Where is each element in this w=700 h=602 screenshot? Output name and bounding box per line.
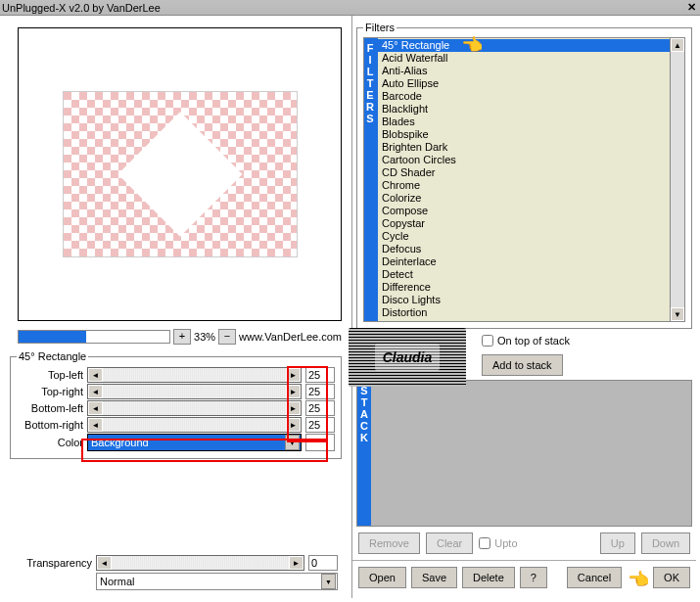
upto-checkbox[interactable]: Upto	[479, 537, 517, 549]
param-slider[interactable]: ◄►	[87, 384, 302, 399]
params-fieldset: 45° Rectangle Top-left◄►Top-right◄►Botto…	[10, 350, 342, 459]
close-icon[interactable]: ✕	[684, 1, 698, 14]
down-button[interactable]: Down	[641, 533, 690, 554]
param-value[interactable]	[305, 384, 335, 399]
list-item[interactable]: Defocus	[378, 243, 670, 255]
ontop-checkbox[interactable]: On top of stack	[482, 335, 570, 347]
color-combo[interactable]: Background ▼	[87, 434, 302, 451]
list-item[interactable]: Blades	[378, 116, 670, 128]
stack-list[interactable]	[371, 381, 691, 526]
transparency-slider[interactable]: ◄ ►	[96, 555, 304, 571]
param-slider[interactable]: ◄►	[87, 417, 302, 433]
color-combo-value: Background	[91, 437, 149, 448]
transparency-value[interactable]	[308, 555, 338, 571]
param-label: Bottom-left	[17, 402, 83, 414]
preview-shape	[117, 112, 242, 236]
params-legend: 45° Rectangle	[17, 350, 88, 362]
progress-bar	[18, 330, 170, 344]
watermark-logo: Claudia	[349, 328, 466, 387]
ok-button[interactable]: OK	[653, 567, 690, 588]
list-item[interactable]: Barcode	[378, 90, 670, 103]
filters-side-label: FILTERS	[364, 38, 378, 321]
color-label: Color	[17, 437, 83, 448]
list-item[interactable]: Acid Waterfall	[378, 52, 670, 65]
color-swatch[interactable]	[305, 434, 335, 451]
list-item[interactable]: Disco Lights	[378, 294, 670, 306]
filters-scrollbar[interactable]: ▲ ▼	[670, 38, 684, 321]
arrow-left-icon[interactable]: ◄	[88, 385, 103, 398]
window-title: UnPlugged-X v2.0 by VanDerLee	[2, 2, 684, 14]
list-item[interactable]: Detect	[378, 268, 670, 281]
param-label: Top-left	[17, 369, 83, 381]
list-item[interactable]: Cycle	[378, 230, 670, 243]
list-item[interactable]: Distortion	[378, 306, 670, 319]
open-button[interactable]: Open	[358, 567, 406, 588]
list-item[interactable]: Chrome	[378, 179, 670, 192]
arrow-left-icon[interactable]: ◄	[88, 368, 103, 382]
arrow-right-icon[interactable]: ►	[286, 385, 301, 398]
param-slider[interactable]: ◄►	[87, 400, 302, 416]
clear-button[interactable]: Clear	[426, 533, 473, 554]
list-item[interactable]: Auto Ellipse	[378, 77, 670, 90]
filters-fieldset: Filters FILTERS 45° RectangleAcid Waterf…	[356, 22, 692, 329]
list-item[interactable]: Anti-Alias	[378, 65, 670, 77]
list-item[interactable]: Colorize	[378, 192, 670, 205]
cancel-button[interactable]: Cancel	[567, 567, 622, 588]
param-slider[interactable]: ◄►	[87, 367, 302, 383]
arrow-left-icon[interactable]: ◄	[97, 556, 112, 570]
delete-button[interactable]: Delete	[462, 567, 515, 588]
chevron-down-icon[interactable]: ▼	[321, 574, 336, 589]
arrow-right-icon[interactable]: ►	[286, 368, 301, 382]
list-item[interactable]: 45° Rectangle	[378, 39, 670, 52]
filters-list[interactable]: 45° RectangleAcid WaterfallAnti-AliasAut…	[378, 38, 670, 321]
preview-area	[18, 27, 342, 321]
list-item[interactable]: Blacklight	[378, 103, 670, 116]
list-item[interactable]: Compose	[378, 205, 670, 217]
transparency-label: Transparency	[14, 557, 92, 569]
remove-button[interactable]: Remove	[358, 533, 420, 554]
arrow-left-icon[interactable]: ◄	[88, 418, 103, 432]
list-item[interactable]: Deinterlace	[378, 255, 670, 268]
stack-side-label: STACK	[357, 381, 371, 526]
list-item[interactable]: Copystar	[378, 217, 670, 230]
arrow-right-icon[interactable]: ►	[289, 556, 303, 570]
list-item[interactable]: Difference	[378, 281, 670, 294]
arrow-left-icon[interactable]: ◄	[88, 401, 103, 415]
help-button[interactable]: ?	[520, 567, 547, 588]
list-item[interactable]: CD Shader	[378, 166, 670, 179]
zoom-in-button[interactable]: +	[173, 329, 191, 345]
param-value[interactable]	[305, 400, 335, 416]
param-label: Top-right	[17, 386, 83, 397]
bottom-toolbar: Open Save Delete ? Cancel 👉 OK	[352, 560, 696, 594]
save-button[interactable]: Save	[411, 567, 457, 588]
vendor-url[interactable]: www.VanDerLee.com	[239, 331, 342, 343]
list-item[interactable]: Cartoon Circles	[378, 154, 670, 166]
stack-area: STACK	[356, 380, 692, 527]
list-item[interactable]: Blobspike	[378, 128, 670, 141]
right-panel: Filters FILTERS 45° RectangleAcid Waterf…	[352, 16, 700, 598]
arrow-right-icon[interactable]: ►	[286, 401, 301, 415]
zoom-out-button[interactable]: −	[218, 329, 236, 345]
list-item[interactable]: Brighten Dark	[378, 141, 670, 154]
blend-mode-value: Normal	[100, 576, 134, 587]
chevron-down-icon[interactable]: ▼	[285, 435, 300, 450]
param-label: Bottom-right	[17, 419, 83, 431]
arrow-right-icon[interactable]: ►	[286, 418, 301, 432]
arrow-up-icon[interactable]: ▲	[671, 38, 684, 52]
filters-legend: Filters	[363, 22, 397, 33]
left-panel: + 33% − www.VanDerLee.com 45° Rectangle …	[0, 16, 352, 598]
pointing-hand-icon: 👉	[629, 569, 650, 590]
zoom-percent: 33%	[194, 331, 215, 343]
param-value[interactable]	[305, 367, 335, 383]
up-button[interactable]: Up	[600, 533, 635, 554]
preview-canvas	[63, 91, 298, 257]
param-value[interactable]	[305, 417, 335, 433]
add-to-stack-button[interactable]: Add to stack	[482, 354, 563, 376]
titlebar: UnPlugged-X v2.0 by VanDerLee ✕	[0, 0, 700, 16]
arrow-down-icon[interactable]: ▼	[671, 307, 684, 321]
blend-mode-combo[interactable]: Normal ▼	[96, 573, 338, 590]
